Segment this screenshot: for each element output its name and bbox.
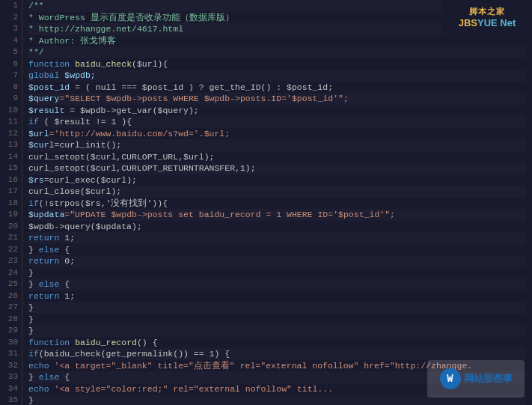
code-token: = ( null === $post_id ) ? get_the_ID() :… — [70, 82, 333, 92]
code-token: function — [28, 338, 70, 347]
line-number: 35 — [0, 395, 22, 405]
code-token: return — [28, 233, 59, 243]
watermark-subtitle: JBSYUE Net — [459, 17, 516, 28]
line-number: 11 — [0, 116, 22, 128]
code-line: * Author: 张戈博客 — [28, 35, 526, 47]
code-token: ( $result != 1 ){ — [39, 117, 132, 127]
code-line: global $wpdb; — [28, 70, 526, 82]
code-line: function baidu_check($url){ — [28, 58, 526, 70]
code-token: 1; — [59, 291, 75, 301]
code-token: ($url){ — [132, 59, 168, 69]
line-number: 30 — [0, 337, 22, 349]
code-line: } else { — [28, 278, 526, 290]
code-line: $curl=curl_init(); — [28, 139, 526, 151]
code-line: $updata="UPDATE $wpdb->posts set baidu_r… — [28, 209, 526, 221]
line-number: 3 — [0, 23, 22, 35]
code-token: curl_setopt($curl,CURLOPT_URL,$url); — [28, 152, 214, 162]
code-token: global — [28, 70, 59, 80]
code-token: $curl — [28, 140, 55, 150]
code-token: baidu_check — [75, 59, 132, 69]
code-token: (!strpos($rs,'没有找到')){ — [39, 198, 168, 208]
code-line: $query="SELECT $wpdb->posts WHERE $wpdb-… — [28, 93, 526, 105]
line-number: 8 — [0, 82, 22, 94]
code-token: ="UPDATE $wpdb->posts set baidu_record =… — [64, 210, 395, 219]
code-token: $result — [28, 106, 64, 115]
code-token: * Author: 张戈博客 — [28, 36, 116, 46]
line-number: 23 — [0, 255, 22, 267]
line-number: 25 — [0, 278, 22, 290]
code-token: 1; — [59, 233, 75, 243]
line-number: 34 — [0, 383, 22, 395]
code-token: return — [28, 291, 59, 301]
line-number: 19 — [0, 209, 22, 221]
watermark-bottom-label: 网站那些事 — [464, 372, 513, 386]
code-token: = $wpdb->get_var($query); — [64, 106, 198, 115]
code-token: $wpdb; — [59, 70, 95, 80]
code-token: =curl_exec($curl); — [44, 175, 137, 185]
code-token: } — [28, 326, 34, 335]
line-number: 17 — [0, 186, 22, 198]
code-token: '<a target="_blank" title="点击查看" rel="ex… — [49, 361, 473, 371]
code-token: $post_id — [28, 82, 70, 92]
code-token: else — [39, 372, 60, 382]
line-number: 15 — [0, 162, 22, 174]
code-line: $wpdb->query($updata); — [28, 221, 526, 233]
code-token: '<a style="color:red;" rel="external nof… — [49, 384, 334, 394]
code-token: { — [59, 372, 70, 382]
line-number: 31 — [0, 348, 22, 360]
code-token: 0; — [59, 256, 75, 266]
code-token: { — [59, 245, 70, 255]
code-line: return 1; — [28, 290, 526, 302]
code-token: if — [28, 198, 39, 208]
code-token: * http://zhangge.net/4617.html — [28, 24, 183, 34]
line-number: 32 — [0, 360, 22, 372]
code-token: echo — [28, 361, 49, 371]
line-number: 27 — [0, 302, 22, 314]
code-token: function — [28, 59, 70, 69]
code-token: $rs — [28, 175, 44, 185]
code-token: } — [28, 268, 34, 278]
code-token: $url — [28, 129, 49, 138]
code-token: else — [39, 279, 60, 289]
code-token: ="SELECT $wpdb->posts WHERE $wpdb->posts… — [59, 94, 348, 103]
code-line: } else { — [28, 244, 526, 256]
code-token: { — [59, 279, 70, 289]
code-token: baidu_record — [75, 338, 137, 347]
code-line: curl_close($curl); — [28, 186, 526, 198]
code-line: return 0; — [28, 255, 526, 267]
code-token: curl_setopt($curl,CURLOPT_RETURNTRANSFER… — [28, 163, 256, 173]
line-number: 22 — [0, 244, 22, 256]
code-token: * WordPress 显示百度是否收录功能（数据库版） — [28, 13, 234, 22]
watermark-circle: W — [440, 368, 461, 389]
line-number: 29 — [0, 325, 22, 337]
code-token: } — [28, 245, 39, 255]
line-number: 20 — [0, 221, 22, 233]
code-line: curl_setopt($curl,CURLOPT_RETURNTRANSFER… — [28, 162, 526, 174]
line-number: 28 — [0, 314, 22, 326]
code-line: } — [28, 302, 526, 314]
code-line: **/ — [28, 46, 526, 58]
code-token: } — [28, 395, 34, 405]
watermark-title: 脚本之家 — [469, 6, 505, 17]
code-token: =curl_init(); — [55, 140, 122, 150]
code-line: function baidu_record() { — [28, 337, 526, 349]
code-token: curl_close($curl); — [28, 186, 121, 196]
watermark-bottom-right: W 网站那些事 — [427, 360, 525, 398]
code-line: if(!strpos($rs,'没有找到')){ — [28, 198, 526, 210]
line-number: 9 — [0, 93, 22, 105]
code-token: ='http://www.baidu.com/s?wd='.$url; — [49, 129, 230, 138]
line-number: 24 — [0, 267, 22, 279]
line-number: 14 — [0, 151, 22, 163]
code-container: 脚本之家 JBSYUE Net W 网站那些事 1234567891011121… — [0, 0, 532, 405]
line-number: 26 — [0, 290, 22, 302]
line-number: 5 — [0, 46, 22, 58]
code-line: return 1; — [28, 232, 526, 244]
code-token: echo — [28, 384, 49, 394]
code-token: } — [28, 302, 34, 312]
code-token: } — [28, 372, 39, 382]
line-number: 21 — [0, 232, 22, 244]
code-line: } — [28, 314, 526, 326]
code-line: if(baidu_check(get_permalink()) == 1) { — [28, 348, 526, 360]
code-token: } — [28, 314, 34, 324]
line-number: 1 — [0, 0, 22, 12]
